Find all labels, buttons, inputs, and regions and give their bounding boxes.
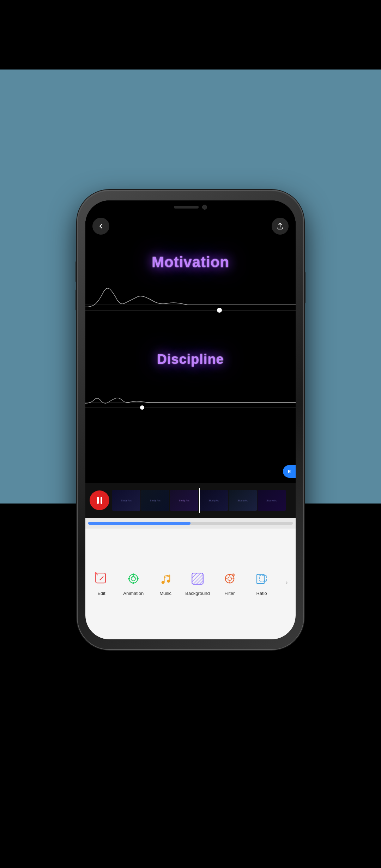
- playhead-2: [140, 405, 144, 410]
- svg-line-16: [196, 577, 203, 584]
- background-icon: [188, 569, 207, 589]
- pause-icon: [97, 497, 102, 504]
- phone-screen: Motivation Discipline: [85, 200, 296, 639]
- background-label: Background: [185, 591, 210, 596]
- svg-point-20: [232, 573, 235, 577]
- filter-label: Filter: [224, 591, 235, 596]
- tool-music[interactable]: Music: [153, 569, 178, 596]
- waveform-1: [85, 282, 296, 311]
- edit-badge[interactable]: E: [283, 465, 296, 478]
- timeline-thumb: Study Arc: [229, 490, 257, 511]
- music-icon: [156, 569, 175, 589]
- tool-filter[interactable]: Filter: [217, 569, 242, 596]
- timeline-thumb: Study Arc: [170, 490, 198, 511]
- ratio-icon: [252, 569, 272, 589]
- svg-point-8: [128, 578, 130, 579]
- timeline-playhead: [199, 488, 200, 513]
- animation-label: Animation: [123, 591, 144, 596]
- timeline-thumb: Study Arc: [112, 490, 140, 511]
- edit-icon: [91, 569, 111, 589]
- svg-point-9: [137, 578, 139, 579]
- waveform-2: [85, 383, 296, 408]
- notch: [153, 200, 228, 214]
- scrollbar-thumb[interactable]: [88, 522, 190, 525]
- svg-point-3: [95, 572, 97, 574]
- more-arrow-icon: ›: [285, 578, 288, 586]
- svg-point-19: [228, 577, 232, 580]
- scrollbar-area[interactable]: [85, 518, 296, 529]
- animation-icon: [123, 569, 143, 589]
- timeline-area[interactable]: Study Arc Study Arc Study Arc Study Arc: [85, 483, 296, 518]
- video-preview: Motivation Discipline: [85, 214, 296, 482]
- svg-rect-22: [259, 575, 267, 581]
- timeline-thumb: Study Arc: [258, 490, 286, 511]
- export-button[interactable]: [272, 218, 289, 235]
- play-pause-button[interactable]: [90, 490, 109, 510]
- timeline-strip[interactable]: Study Arc Study Arc Study Arc Study Arc: [112, 488, 293, 513]
- tool-ratio[interactable]: Ratio: [249, 569, 274, 596]
- ratio-label: Ratio: [256, 591, 267, 596]
- svg-point-7: [133, 582, 134, 584]
- discipline-title: Discipline: [157, 352, 224, 367]
- svg-point-6: [133, 573, 134, 575]
- motivation-title: Motivation: [152, 254, 229, 271]
- thumbnail-row: Study Arc Study Arc Study Arc Study Arc: [112, 490, 293, 511]
- svg-point-5: [131, 576, 135, 580]
- top-bar: [85, 214, 296, 239]
- tool-animation[interactable]: Animation: [121, 569, 146, 596]
- svg-line-14: [192, 573, 201, 582]
- timeline-thumb: Study Arc: [141, 490, 169, 511]
- svg-point-10: [162, 581, 165, 584]
- timeline-thumb: Study Arc: [200, 490, 228, 511]
- back-button[interactable]: [92, 218, 109, 235]
- front-camera: [202, 205, 207, 210]
- power-button: [303, 272, 306, 303]
- app-content: Motivation Discipline: [85, 200, 296, 639]
- svg-point-11: [167, 579, 170, 583]
- scrollbar-track[interactable]: [88, 522, 293, 525]
- bottom-toolbar: Edit Anim: [85, 529, 296, 639]
- slide-empty: [85, 408, 296, 482]
- more-button[interactable]: ›: [281, 578, 292, 586]
- music-label: Music: [159, 591, 171, 596]
- slide-discipline: Discipline: [85, 311, 296, 408]
- speaker: [174, 206, 199, 209]
- tool-background[interactable]: Background: [185, 569, 210, 596]
- filter-icon: [220, 569, 240, 589]
- edit-label: Edit: [97, 591, 105, 596]
- tool-edit[interactable]: Edit: [89, 569, 114, 596]
